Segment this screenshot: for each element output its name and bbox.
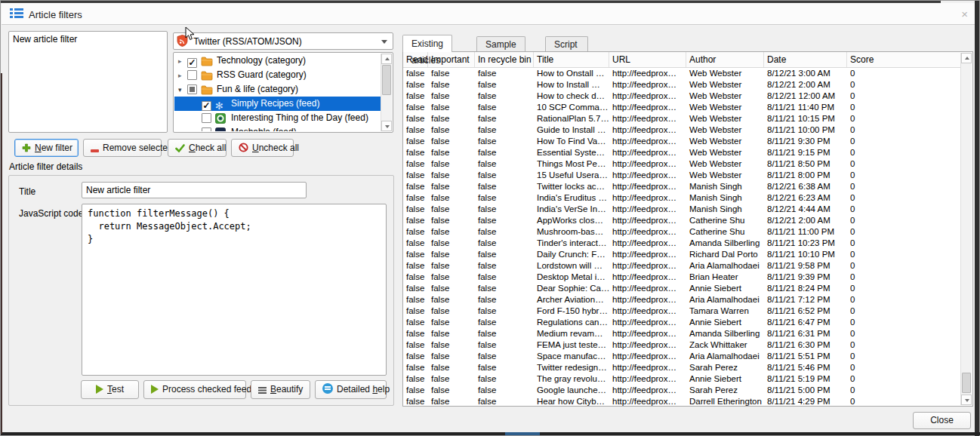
uncheck-all-button[interactable]: Uncheck all [231, 139, 294, 157]
tree-checkbox[interactable] [202, 113, 211, 123]
table-row[interactable]: falsefalsefalseArcher Aviation…http://fe… [403, 294, 960, 306]
table-cell: http://feedprox… [609, 272, 686, 283]
tree-checkbox[interactable] [202, 127, 211, 131]
close-button[interactable]: Close [913, 412, 971, 429]
tree-item[interactable]: ▸✓Technology (category) [174, 54, 381, 68]
remove-selected-button[interactable]: Remove selected [83, 139, 162, 157]
table-cell: false [428, 238, 475, 249]
table-cell: false [475, 283, 534, 294]
expander-icon[interactable]: ▸ [178, 54, 187, 69]
scroll-up-icon[interactable] [381, 54, 392, 64]
table-row[interactable]: falsefalsefalseEssential Syste…http://fe… [403, 147, 960, 158]
scroll-thumb[interactable] [382, 65, 391, 95]
table-cell: RationalPlan 5.7… [534, 113, 609, 124]
scroll-thumb[interactable] [962, 373, 971, 393]
table-cell: 8/11/21 7:12 PM [764, 294, 847, 306]
tree-checkbox[interactable]: ✓ [202, 101, 211, 111]
scroll-down-icon[interactable] [961, 395, 972, 405]
beautify-button[interactable]: Beautify [251, 380, 310, 399]
table-row[interactable]: falsefalsefalseRationalPlan 5.7…http://f… [403, 113, 960, 124]
table-row[interactable]: falsefalsefalse15 Useful Usera…http://fe… [403, 170, 960, 181]
column-header-url[interactable]: URL [609, 52, 686, 67]
table-cell: Aria Alamalhodaei [686, 351, 764, 362]
column-header-author[interactable]: Author [686, 52, 764, 67]
tree-item[interactable]: ✓✻Simply Recipes (feed) [174, 97, 381, 111]
list-item[interactable]: New article filter [9, 32, 167, 47]
scroll-up-icon[interactable] [961, 53, 972, 63]
table-row[interactable]: falsefalsefalseHow to check d…http://fee… [403, 91, 960, 102]
table-row[interactable]: falsefalsefalseFEMA just teste…http://fe… [403, 339, 960, 351]
table-row[interactable]: falsefalsefalseDaily Crunch: F…http://fe… [403, 249, 960, 260]
table-row[interactable]: falsefalsefalseThe gray revolu…http://fe… [403, 373, 960, 385]
table-cell: http://feedprox… [609, 362, 686, 373]
table-cell: http://feedprox… [609, 158, 686, 170]
table-row[interactable]: falsefalsefalseAppWorks clos…http://feed… [403, 215, 960, 226]
table-row[interactable]: falsefalsefalseMedium revam…http://feedp… [403, 328, 960, 339]
table-cell: false [475, 260, 534, 272]
javascript-code-editor[interactable]: function filterMessage() { return Messag… [82, 204, 387, 376]
mashable-icon: m [215, 127, 227, 131]
table-row[interactable]: falsefalsefalseDesktop Metal i…http://fe… [403, 272, 960, 283]
table-row[interactable]: falsefalsefalseDear Sophie: Ca…http://fe… [403, 283, 960, 294]
table-row[interactable]: falsefalsefalseFord F-150 hybr…http://fe… [403, 306, 960, 317]
table-row[interactable]: falsefalsefalseIndia's VerSe In…http://f… [403, 204, 960, 215]
check-all-button[interactable]: Check all [168, 139, 227, 157]
table-cell: 0 [847, 147, 957, 158]
table-row[interactable]: falsefalsefalseSpace manufac…http://feed… [403, 351, 960, 362]
table-row[interactable]: falsefalsefalseTwitter locks ac…http://f… [403, 181, 960, 192]
table-row[interactable]: falsefalsefalse10 SCP Comma…http://feedp… [403, 102, 960, 113]
expander-icon[interactable]: ▸ [178, 69, 187, 83]
table-cell: Web Webster [686, 158, 764, 170]
tab-existing-articles[interactable]: Existing articles [402, 35, 452, 52]
table-cell: false [475, 317, 534, 328]
tree-checkbox[interactable] [187, 84, 197, 94]
detailed-help-button[interactable]: Detailed help [315, 380, 387, 399]
table-row[interactable]: falsefalsefalseHow to Onstall …http://fe… [403, 68, 960, 79]
tree-checkbox[interactable] [187, 70, 197, 80]
tree-item[interactable]: mMashable (feed) [174, 125, 381, 131]
feed-tree[interactable]: ▸✓Technology (category)▸RSS Guard (categ… [173, 52, 393, 133]
table-cell: false [475, 136, 534, 147]
table-cell: How To Find Va… [534, 136, 609, 147]
table-cell: false [403, 181, 428, 192]
expander-icon[interactable]: ▾ [178, 83, 187, 97]
table-row[interactable]: falsefalsefalseIndia's Eruditus …http://… [403, 192, 960, 204]
test-button[interactable]: Test [81, 380, 139, 399]
table-cell: 8/11/21 8:50 PM [764, 158, 847, 170]
table-cell: false [403, 136, 428, 147]
process-checked-feeds-button[interactable]: Process checked feeds [143, 380, 246, 399]
table-row[interactable]: falsefalsefalseHow To Find Va…http://fee… [403, 136, 960, 147]
column-header-recycle[interactable]: In recycle bin [475, 52, 534, 67]
column-header-date[interactable]: Date [764, 52, 847, 67]
tree-item[interactable]: Interesting Thing of the Day (feed) [174, 111, 381, 125]
new-filter-button[interactable]: New filter [14, 139, 79, 157]
table-scrollbar[interactable] [960, 53, 972, 405]
table-row[interactable]: falsefalsefalseTinder's interact…http://… [403, 238, 960, 249]
table-row[interactable]: falsefalsefalseGoogle launche…http://fee… [403, 385, 960, 396]
table-cell: 8/11/21 9:15 PM [764, 147, 847, 158]
table-row[interactable]: falsefalsefalseGuide to Install …http://… [403, 124, 960, 136]
table-cell: 8/11/21 9:58 PM [764, 260, 847, 272]
filter-list-icon [10, 8, 23, 20]
tab-script-output[interactable]: Script output [545, 36, 588, 52]
table-row[interactable]: falsefalsefalseTwitter redesign…http://f… [403, 362, 960, 373]
tree-item[interactable]: ▸RSS Guard (category) [174, 68, 381, 82]
table-row[interactable]: falsefalsefalseLordstown will …http://fe… [403, 260, 960, 272]
filters-list[interactable]: New article filter [8, 31, 168, 133]
column-header-title[interactable]: Title [534, 52, 609, 67]
table-row[interactable]: falsefalsefalseHow to Install …http://fe… [403, 79, 960, 91]
column-header-score[interactable]: Score [847, 52, 957, 67]
scroll-down-icon[interactable] [381, 121, 392, 131]
filter-title-input[interactable] [82, 182, 307, 198]
account-select[interactable]: Twitter (RSS/ATOM/JSON) [173, 32, 393, 50]
tree-scrollbar[interactable] [381, 54, 392, 131]
close-icon[interactable]: × [961, 8, 968, 20]
chevron-down-icon [381, 40, 387, 44]
table-row[interactable]: falsefalsefalseRegulations can…http://fe… [403, 317, 960, 328]
tree-item[interactable]: ▾Fun & life (category) [174, 82, 381, 97]
tree-checkbox[interactable]: ✓ [187, 58, 197, 68]
table-row[interactable]: falsefalsefalseMushroom-bas…http://feedp… [403, 226, 960, 238]
table-row[interactable]: falsefalsefalseHear how Cityb…http://fee… [403, 396, 960, 406]
table-row[interactable]: falsefalsefalseThings Most Pe…http://fee… [403, 158, 960, 170]
tab-sample-article[interactable]: Sample article [476, 36, 525, 52]
